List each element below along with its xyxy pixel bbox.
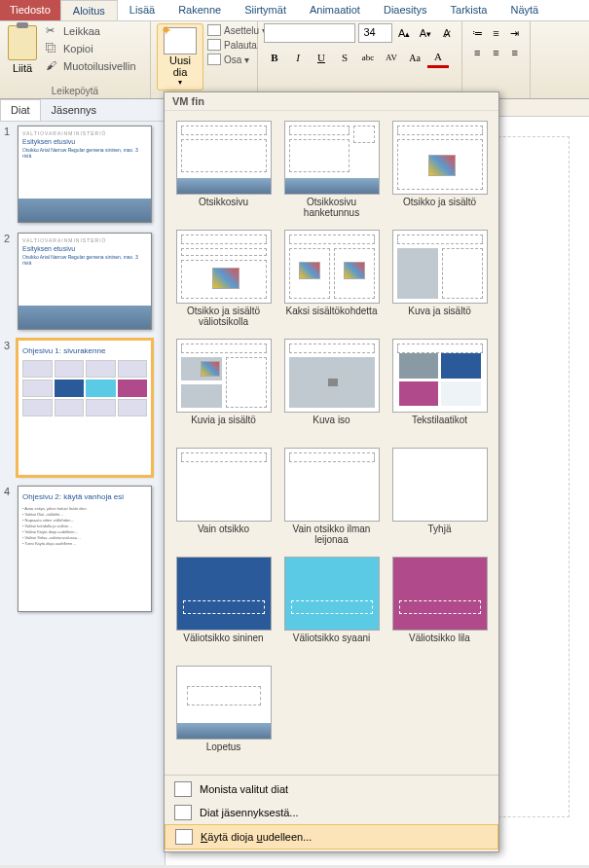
tab-design[interactable]: Rakenne [166, 0, 233, 20]
slide-thumbnail[interactable]: Ohjesivu 1: sivurakenne [18, 340, 152, 476]
strike-button[interactable]: S [334, 47, 355, 68]
thumb-subtitle: Otsikko Arial Narrow Regular gemena sini… [22, 254, 147, 266]
layout-option-end[interactable]: Lopetus [172, 664, 275, 767]
layout-label: Otsikkosivu [199, 197, 248, 220]
layout-option-pic-large[interactable]: Kuva iso [280, 337, 383, 440]
layout-label: Väliotsikko lila [409, 633, 470, 656]
layout-option-title[interactable]: Otsikkosivu [172, 119, 275, 222]
new-slide-label: Uusi dia [164, 54, 197, 78]
cut-label: Leikkaa [63, 25, 100, 37]
reuse-label: Käytä dioja uudelleen... [201, 831, 312, 843]
paragraph-group: ≔ ≡ ⇥ ≡ ≡ ≡ [462, 21, 531, 98]
layout-option-title-only[interactable]: Vain otsikko [172, 446, 275, 549]
indent-button[interactable]: ⇥ [506, 23, 524, 43]
font-group: 34 A▴ A▾ A̷ B I U S abc AV Aa A [258, 21, 462, 98]
tab-slides[interactable]: Diat [0, 99, 41, 121]
layout-option-section-blue[interactable]: Väliotsikko sininen [172, 555, 275, 658]
thumb-title: Esityksen etusivu [22, 245, 147, 253]
outline-icon [174, 805, 192, 820]
layout-option-pic-content[interactable]: Kuva ja sisältö [388, 228, 491, 331]
slide-thumbnail[interactable]: Ohjesivu 2: käytä vanhoja esi • Avaa esi… [18, 486, 152, 612]
cut-button[interactable]: ✂ Leikkaa [43, 23, 139, 39]
duplicate-icon [174, 781, 192, 797]
layout-label: Tekstilaatikot [412, 415, 467, 438]
slide-number: 4 [4, 486, 14, 612]
slide-thumbnail[interactable]: VALTIOVARAINMINISTERIÖ Esityksen etusivu… [18, 233, 152, 330]
chevron-down-icon: ▾ [244, 54, 249, 65]
new-slide-icon [164, 27, 197, 54]
gallery-footer: Monista valitut diat Diat jäsennyksestä.… [165, 775, 498, 851]
clear-format-button[interactable]: A̷ [437, 23, 456, 43]
layout-icon [207, 24, 221, 36]
duplicate-slides-button[interactable]: Monista valitut diat [165, 778, 498, 801]
tab-view[interactable]: Näytä [498, 0, 550, 20]
thumb-logo: VALTIOVARAINMINISTERIÖ [22, 130, 147, 136]
align-center-button[interactable]: ≡ [487, 43, 504, 62]
section-label: Osa [224, 54, 241, 65]
slide-thumbnail[interactable]: VALTIOVARAINMINISTERIÖ Esityksen etusivu… [18, 126, 152, 223]
align-left-button[interactable]: ≡ [468, 43, 486, 62]
layout-option-section-cyan[interactable]: Väliotsikko syaani [280, 555, 383, 658]
font-color-button[interactable]: A [427, 47, 449, 68]
brush-icon: 🖌 [46, 59, 59, 73]
paste-icon [8, 25, 37, 60]
layout-option-title-project[interactable]: Otsikkosivu hanketunnus [280, 119, 383, 222]
reset-label: Palauta [224, 40, 257, 51]
layout-option-title-nolion[interactable]: Vain otsikko ilman leijonaa [280, 446, 383, 549]
shadow-button[interactable]: abc [357, 47, 379, 68]
slide-number: 2 [4, 233, 14, 330]
slides-from-outline-button[interactable]: Diat jäsennyksestä... [165, 801, 498, 824]
chevron-down-icon: ▾ [178, 78, 182, 87]
layout-option-section-lila[interactable]: Väliotsikko lila [388, 555, 491, 658]
shrink-font-button[interactable]: A▾ [417, 23, 435, 43]
layout-option-two-content[interactable]: Kaksi sisältökohdetta [280, 228, 383, 331]
slide-panel: Diat Jäsennys 1 VALTIOVARAINMINISTERIÖ E… [0, 99, 166, 865]
tab-review[interactable]: Tarkista [439, 0, 499, 20]
clipboard-group-label: Leikepöytä [0, 86, 150, 96]
tab-home[interactable]: Aloitus [60, 0, 118, 20]
layout-option-title-content-sub[interactable]: Otsikko ja sisältö väliotsikolla [172, 228, 275, 331]
font-size-selector[interactable]: 34 [358, 23, 391, 43]
layout-label: Kaksi sisältökohdetta [286, 306, 378, 329]
gallery-grid: Otsikkosivu Otsikkosivu hanketunnus Otsi… [165, 111, 498, 775]
underline-button[interactable]: U [311, 47, 332, 68]
font-name-selector[interactable] [264, 23, 355, 43]
layout-label: Vain otsikko [198, 524, 249, 547]
layout-label: Vain otsikko ilman leijonaa [282, 524, 381, 547]
align-right-button[interactable]: ≡ [506, 43, 524, 62]
layout-option-title-content[interactable]: Otsikko ja sisältö [388, 119, 491, 222]
bullets-button[interactable]: ≔ [468, 23, 486, 43]
tab-transitions[interactable]: Siirtymät [233, 0, 298, 20]
tab-slideshow[interactable]: Diaesitys [372, 0, 439, 20]
slide-thumbnails: 1 VALTIOVARAINMINISTERIÖ Esityksen etusi… [0, 122, 165, 865]
spacing-button[interactable]: AV [381, 47, 402, 68]
layout-label: Väliotsikko syaani [293, 633, 370, 656]
format-painter-button[interactable]: 🖌 Muotoilusivellin [43, 58, 139, 74]
ribbon-tabs: Tiedosto Aloitus Lisää Rakenne Siirtymät… [0, 0, 589, 21]
tab-outline[interactable]: Jäsennys [41, 99, 107, 121]
slide-number: 1 [4, 126, 14, 223]
slides-group: Uusi dia ▾ Asettelu ▾ Palauta Osa ▾ [151, 21, 258, 98]
new-slide-button[interactable]: Uusi dia ▾ [157, 23, 203, 90]
scissors-icon: ✂ [46, 24, 59, 38]
numbering-button[interactable]: ≡ [487, 23, 504, 43]
paste-label: Liitä [13, 62, 32, 74]
paste-button[interactable]: Liitä [6, 23, 39, 76]
thumb-title: Esityksen etusivu [22, 138, 147, 146]
layout-option-blank[interactable]: Tyhjä [388, 446, 491, 549]
city-graphic [18, 199, 151, 222]
copy-button[interactable]: ⿻ Kopioi [43, 41, 139, 56]
layout-option-pics-content[interactable]: Kuvia ja sisältö [172, 337, 275, 440]
tab-file[interactable]: Tiedosto [0, 0, 60, 20]
slide-number: 3 [4, 340, 14, 476]
layout-option-textboxes[interactable]: Tekstilaatikot [388, 337, 491, 440]
reuse-slides-button[interactable]: Käytä dioja uudelleen... [165, 824, 498, 850]
tab-insert[interactable]: Lisää [118, 0, 166, 20]
layout-gallery: VM fin Otsikkosivu Otsikkosivu hanketunn… [164, 91, 499, 852]
tab-animations[interactable]: Animaatiot [298, 0, 372, 20]
case-button[interactable]: Aa [404, 47, 425, 68]
grow-font-button[interactable]: A▴ [395, 23, 414, 43]
italic-button[interactable]: I [287, 47, 309, 68]
bold-button[interactable]: B [264, 47, 285, 68]
copy-label: Kopioi [63, 43, 93, 54]
